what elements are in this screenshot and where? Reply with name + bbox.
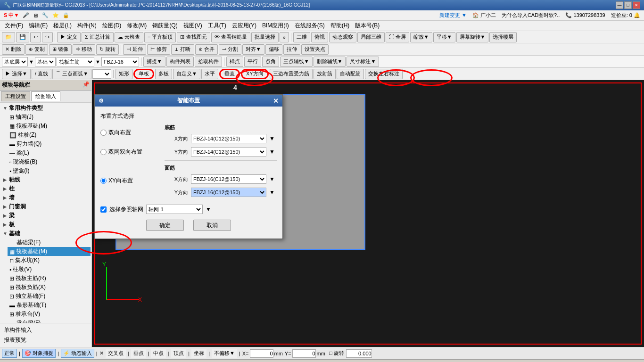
copy-button[interactable]: ⊕ 复制 (25, 44, 48, 55)
menu-view[interactable]: 视图(V) (181, 21, 205, 31)
x-coord-input[interactable] (250, 349, 273, 358)
tree-item-slab[interactable]: ▶板 (1, 220, 91, 229)
object-snap-btn[interactable]: 🎯 对象捕捉 (22, 349, 56, 358)
offset-button[interactable]: 偏移 (265, 44, 282, 55)
zoom-button[interactable]: 缩放▼ (410, 32, 432, 42)
mirror-button[interactable]: ⊞ 镜像 (49, 44, 72, 55)
fullscreen-button[interactable]: ⛶ 全屏 (386, 32, 409, 42)
menu-component[interactable]: 构件(N) (74, 21, 99, 31)
save-button[interactable]: 💾 (16, 32, 29, 42)
vertical-button[interactable]: 垂直 (219, 69, 240, 79)
radial-button[interactable]: 放射筋 (314, 69, 336, 79)
open-button[interactable]: 📁 (2, 32, 15, 42)
tree-item-axis-grid[interactable]: ⊞轴网(J) (8, 113, 91, 122)
rebar-type-selector[interactable]: 筏板主筋 (57, 57, 94, 66)
move-button[interactable]: ✛ 移动 (73, 44, 95, 55)
horizontal-button[interactable]: 水平 (201, 69, 218, 79)
y-coord-input[interactable] (292, 349, 316, 358)
delete-button[interactable]: ✕ 删除 (2, 44, 25, 55)
confirm-button[interactable]: 确定 (146, 220, 184, 231)
menu-rebar-qty[interactable]: 钢筋量(Q) (149, 21, 180, 31)
maximize-button[interactable]: □ (624, 1, 632, 9)
undo-button[interactable]: ↩ (30, 32, 41, 42)
menu-cloud[interactable]: 云应用(Y) (229, 21, 259, 31)
no-offset-btn[interactable]: 不偏移▼ (212, 349, 237, 358)
three-side-button[interactable]: 三边布置受力筋 (270, 69, 313, 79)
draw-combo[interactable] (92, 69, 111, 79)
tree-item-axis[interactable]: ▶轴线 (1, 175, 91, 184)
merge-button[interactable]: ⊕ 合并 (195, 44, 218, 55)
tree-item-foundation-group[interactable]: ▼基础 (1, 229, 91, 238)
dynamic-input-btn[interactable]: ⚡ 动态输入 (61, 349, 94, 358)
menu-file[interactable]: 文件(F) (2, 21, 26, 31)
dialog-close-btn[interactable]: ✕ (273, 97, 279, 105)
axis-grid-select[interactable]: 轴网-1 (146, 205, 203, 214)
align-top-button[interactable]: ≡ 平齐板顶 (144, 32, 176, 42)
del-aux-button[interactable]: 删除辅线▼ (314, 57, 346, 67)
split-button[interactable]: ⊸ 分割 (219, 44, 241, 55)
snap-settings-button[interactable]: 捕捉▼ (143, 57, 165, 67)
break-button[interactable]: ⊥ 打断 (171, 44, 194, 55)
new-change-btn[interactable]: 新建变更 ▼ (439, 12, 467, 19)
cross-snap-btn[interactable]: 交叉点 (106, 349, 126, 358)
dim-mark-button[interactable]: 尺寸标注▼ (347, 57, 379, 67)
top-x-dropdown[interactable]: ▼ (269, 176, 275, 182)
perp-snap-btn[interactable]: 垂点 (131, 349, 146, 358)
custom-button[interactable]: 自定义▼ (173, 69, 200, 79)
pick-component-button[interactable]: 拾取构件 (195, 57, 222, 67)
menu-edit[interactable]: 编辑(E) (26, 21, 50, 31)
tree-item-isolated-foundation[interactable]: ⊡独立基础(F) (8, 292, 91, 301)
tree-item-raft-neg-rebar[interactable]: ⊞筏板负筋(X) (8, 283, 91, 292)
rebar-spec-selector[interactable]: FBZJ-16 (101, 57, 139, 66)
menu-bim[interactable]: BIM应用(I) (259, 21, 292, 31)
tree-item-raft-foundation[interactable]: ▦筏板基础(M) (8, 122, 91, 131)
tree-item-cast-slab[interactable]: ▫现浇板(B) (8, 157, 91, 166)
view-rebar-button[interactable]: 👁 查看钢筋量 (211, 32, 250, 42)
single-board-button[interactable]: 单板 (133, 69, 154, 79)
menu-online[interactable]: 在线服务(S) (292, 21, 328, 31)
bottom-x-select[interactable]: FBZJ-14(C12@150) (191, 134, 266, 143)
mid-snap-btn[interactable]: 中点 (151, 349, 166, 358)
cancel-button[interactable]: 取消 (193, 220, 231, 231)
calc-sum-button[interactable]: Σ 汇总计算 (82, 32, 114, 42)
rotate-input[interactable] (346, 349, 372, 358)
local-3d-button[interactable]: 局部三维 (357, 32, 385, 42)
vertex-snap-btn[interactable]: 顶点 (171, 349, 186, 358)
normal-mode-btn[interactable]: 正常 (2, 349, 17, 358)
tree-item-pile-column[interactable]: 🔲柱桩(Z) (8, 131, 91, 140)
2d-view-button[interactable]: 二维 (293, 32, 310, 42)
radio-dual-grid[interactable]: 双网双向布置 (100, 148, 157, 156)
tree-item-shear-wall[interactable]: ▬剪力墙(Q) (8, 140, 91, 148)
menu-floor[interactable]: 楼层(L) (50, 21, 74, 31)
auto-config-button[interactable]: 自动配筋 (337, 69, 364, 79)
axis-grid-checkbox[interactable] (100, 206, 107, 213)
tree-item-beam[interactable]: —梁(L) (8, 148, 91, 157)
select-mode-button[interactable]: ▶ 选择▼ (2, 69, 31, 79)
rotate-button[interactable]: ↻ 旋转 (96, 44, 119, 55)
arc-button[interactable]: ⌒ 三点画弧▼ (52, 69, 91, 79)
screen-rotate-button[interactable]: 屏幕旋转▼ (456, 32, 489, 42)
radio-bidirectional[interactable]: 双向布置 (100, 129, 157, 137)
foundation-selector[interactable]: 基础 (35, 57, 56, 66)
batch-select-button[interactable]: 批量选择 (251, 32, 279, 42)
line-button[interactable]: / 直线 (32, 69, 51, 79)
trim-button[interactable]: ⊢ 修剪 (147, 44, 170, 55)
component-list-button[interactable]: 构件列表 (166, 57, 194, 67)
top-x-select[interactable]: FBZJ-16(C12@150) (191, 174, 266, 184)
swap-lr-button[interactable]: 交换左右标注 (365, 69, 403, 79)
axis-grid-dropdown[interactable]: ▼ (206, 206, 211, 213)
tree-item-foundation-beam[interactable]: —基础梁(F) (8, 238, 91, 247)
menu-modify[interactable]: 修改(M) (124, 21, 149, 31)
redo-button[interactable]: ↪ (42, 32, 53, 42)
tree-item-common-types[interactable]: ▼ 常用构件类型 (1, 104, 91, 113)
sidebar-pin[interactable]: 📌 (83, 81, 90, 89)
sample-point-button[interactable]: 样点 (226, 57, 243, 67)
stretch-button[interactable]: 拉伸 (283, 44, 300, 55)
set-grip-button[interactable]: 设置夹点 (301, 44, 329, 55)
rect-button[interactable]: 矩形 (116, 69, 132, 79)
coord-snap-btn[interactable]: 坐标 (191, 349, 206, 358)
tree-item-column-pier[interactable]: ▪柱墩(V) (8, 265, 91, 274)
tree-item-raft-main-rebar[interactable]: ⊞筏板主筋(R) (8, 274, 91, 283)
tree-item-strip-foundation[interactable]: ▬条形基础(T) (8, 301, 91, 310)
single-component-input[interactable]: 单构件输入 (2, 325, 90, 335)
